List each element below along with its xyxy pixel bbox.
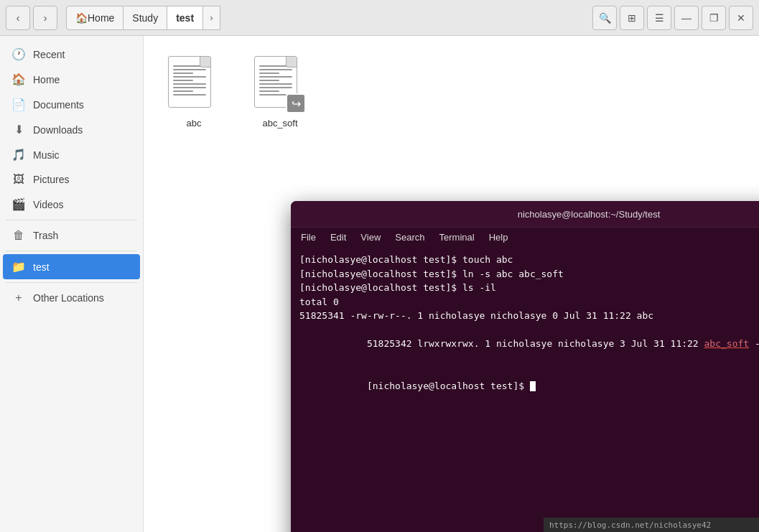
view-list-button[interactable]: ☰ — [647, 6, 671, 30]
sidebar: 🕐 Recent 🏠 Home 📄 Documents ⬇ Downloads … — [0, 36, 144, 532]
menu-edit[interactable]: Edit — [323, 230, 353, 244]
sidebar-separator — [6, 220, 137, 220]
term-line-4: total 0 — [299, 295, 759, 309]
documents-icon: 📄 — [11, 98, 26, 111]
music-icon: 🎵 — [11, 148, 26, 162]
file-abc[interactable]: abc — [158, 50, 230, 134]
terminal-menubar: File Edit View Search Terminal Help — [291, 227, 759, 247]
sidebar-item-pictures[interactable]: 🖼 Pictures — [0, 167, 143, 192]
statusbar: https://blog.csdn.net/nicholasye42 — [544, 518, 759, 532]
term-line-1: [nicholasye@localhost test]$ touch abc — [299, 253, 759, 267]
add-icon: + — [11, 291, 26, 304]
terminal-window: nicholasye@localhost:~/Study/test — ❐ ✕ … — [291, 201, 759, 532]
trash-icon: 🗑 — [11, 229, 26, 242]
menu-search[interactable]: Search — [388, 230, 432, 244]
sidebar-separator-3 — [6, 282, 137, 283]
term-line-5: 51825341 -rw-rw-r--. 1 nicholasye nichol… — [299, 309, 759, 323]
pictures-icon: 🖼 — [11, 173, 26, 186]
terminal-cursor — [530, 381, 536, 391]
test-folder-icon: 📁 — [11, 260, 26, 274]
term-line-6: 51825342 lrwxrwxrwx. 1 nicholasye nichol… — [299, 323, 759, 365]
menu-terminal[interactable]: Terminal — [432, 230, 482, 244]
breadcrumb-expand[interactable]: › — [203, 6, 220, 30]
breadcrumb: 🏠 Home Study test › — [66, 6, 584, 30]
term-line-7: [nicholasye@localhost test]$ — [299, 365, 759, 407]
forward-button[interactable]: › — [33, 6, 57, 30]
terminal-title: nicholasye@localhost:~/Study/test — [518, 209, 661, 220]
downloads-icon: ⬇ — [11, 123, 26, 136]
terminal-content[interactable]: [nicholasye@localhost test]$ touch abc [… — [291, 247, 759, 532]
terminal-titlebar: nicholasye@localhost:~/Study/test — ❐ ✕ — [291, 201, 759, 227]
files-grid: abc — [158, 50, 745, 134]
sidebar-item-videos[interactable]: 🎬 Videos — [0, 192, 143, 217]
term-line-2: [nicholasye@localhost test]$ ln -s abc a… — [299, 267, 759, 281]
abc-icon — [168, 56, 220, 113]
videos-icon: 🎬 — [11, 197, 26, 211]
sidebar-other-locations[interactable]: + Other Locations — [0, 286, 143, 310]
file-abc-soft[interactable]: ↪ abc_soft — [244, 50, 316, 134]
back-button[interactable]: ‹ — [6, 6, 30, 30]
home-icon: 🏠 — [75, 12, 88, 24]
breadcrumb-study[interactable]: Study — [124, 6, 167, 30]
toolbar-right: 🔍 ⊞ ☰ — ❐ ✕ — [592, 6, 753, 30]
menu-file[interactable]: File — [294, 230, 323, 244]
sidebar-item-downloads[interactable]: ⬇ Downloads — [0, 117, 143, 142]
sidebar-separator-2 — [6, 251, 137, 251]
minimize-button[interactable]: — — [674, 6, 699, 30]
main-area: 🕐 Recent 🏠 Home 📄 Documents ⬇ Downloads … — [0, 36, 759, 532]
sidebar-item-test[interactable]: 📁 test — [3, 254, 140, 279]
menu-help[interactable]: Help — [482, 230, 516, 244]
sidebar-item-documents[interactable]: 📄 Documents — [0, 92, 143, 117]
recent-icon: 🕐 — [11, 47, 26, 61]
view-icon-button[interactable]: ⊞ — [620, 6, 644, 30]
symlink-filename: abc_soft — [704, 338, 750, 349]
symlink-badge: ↪ — [286, 93, 306, 113]
sidebar-item-music[interactable]: 🎵 Music — [0, 142, 143, 167]
file-area: abc — [144, 36, 759, 532]
toolbar: ‹ › 🏠 Home Study test › 🔍 ⊞ ☰ — ❐ ✕ — [0, 0, 759, 36]
file-manager: ‹ › 🏠 Home Study test › 🔍 ⊞ ☰ — ❐ ✕ — [0, 0, 759, 532]
sidebar-item-trash[interactable]: 🗑 Trash — [0, 223, 143, 248]
statusbar-text: https://blog.csdn.net/nicholasye42 — [549, 521, 711, 530]
breadcrumb-home[interactable]: 🏠 Home — [66, 6, 124, 30]
term-line-3: [nicholasye@localhost test]$ ls -il — [299, 281, 759, 295]
breadcrumb-test[interactable]: test — [167, 6, 203, 30]
sidebar-item-home[interactable]: 🏠 Home — [0, 67, 143, 92]
home-sidebar-icon: 🏠 — [11, 73, 26, 86]
close-button[interactable]: ✕ — [729, 6, 753, 30]
maximize-button[interactable]: ❐ — [702, 6, 726, 30]
sidebar-item-recent[interactable]: 🕐 Recent — [0, 42, 143, 67]
menu-view[interactable]: View — [353, 230, 388, 244]
abc-soft-icon: ↪ — [254, 56, 306, 113]
search-button[interactable]: 🔍 — [592, 6, 617, 30]
